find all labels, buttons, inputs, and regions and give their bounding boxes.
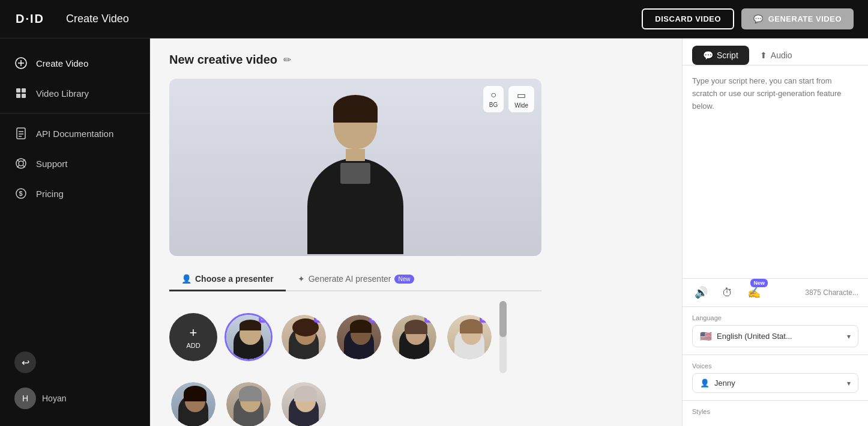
sidebar-item-create-video[interactable]: Create Video [0,48,149,78]
styles-label: Styles [692,408,858,415]
hq-badge-3: HQ [369,315,381,323]
sidebar-item-support[interactable]: Support [0,148,149,178]
presenter-1[interactable]: HQ [225,313,273,361]
right-panel: 💬 Script ⬆ Audio 🔊 ⏱ ✍ [682,38,868,426]
timer-icon: ⏱ [722,287,733,299]
content-area: New creative video ✏ [150,38,682,426]
add-presenter-button[interactable]: + ADD [169,313,217,361]
script-icon: 💬 [703,50,713,60]
svg-rect-5 [22,88,26,93]
script-tools: 🔊 ⏱ ✍ New [692,284,763,302]
sidebar-label-create-video: Create Video [36,58,88,68]
sidebar-label-support: Support [36,159,68,169]
script-textarea[interactable] [692,75,858,207]
sidebar: Create Video Video Library [0,38,150,426]
scrollbar-thumb [499,301,507,337]
script-area [683,65,868,278]
hq-badge-5: HQ [480,315,492,323]
generate-video-button[interactable]: 💬 GENERATE VIDEO [741,8,854,29]
person-icon: 👤 [181,274,191,284]
bg-button[interactable]: ○ BG [483,86,504,112]
ai-icon: ✍ [747,287,761,299]
logo: D·ID [14,6,47,32]
edit-title-icon[interactable]: ✏ [283,54,291,65]
presenter-7[interactable] [225,380,273,426]
back-button[interactable]: ↩ [14,351,36,373]
hq-badge-4: HQ [424,315,436,323]
timer-button[interactable]: ⏱ [720,284,735,302]
char-count: 3875 Characte... [805,288,858,297]
grid-icon [14,87,28,100]
audio-upload-icon: ⬆ [760,50,767,60]
sidebar-item-video-library[interactable]: Video Library [0,78,149,108]
language-select[interactable]: 🇺🇸 English (United Stat... ▾ [692,325,858,347]
dollar-icon: $ [14,187,28,200]
topbar-left: D·ID Create Video [14,6,129,32]
ai-new-badge: New [750,279,768,287]
volume-button[interactable]: 🔊 [692,284,710,302]
styles-section: Styles [683,400,868,426]
svg-rect-7 [22,94,26,98]
script-toolbar: 🔊 ⏱ ✍ New 3875 Characte... [683,278,868,306]
presenter-grid: + ADD HQ [169,313,493,361]
doc-icon [14,127,28,140]
user-info: H Hoyan [14,388,66,409]
discard-video-button[interactable]: DISCARD VIDEO [642,8,734,29]
svg-text:$: $ [19,190,23,197]
back-arrow-icon: ↩ [22,357,29,368]
voices-select[interactable]: 👤 Jenny ▾ [692,373,858,393]
sidebar-item-pricing[interactable]: $ Pricing [0,178,149,208]
sidebar-divider [0,113,149,114]
hq-badge-1: HQ [259,315,271,323]
page-title: Create Video [66,13,129,25]
add-label: ADD [186,342,200,349]
volume-icon: 🔊 [695,287,708,299]
presenter-4[interactable]: HQ [390,313,438,361]
presenter-scrollbar[interactable] [499,301,507,373]
voice-value: Jenny [714,379,735,388]
script-audio-tabs: 💬 Script ⬆ Audio [683,38,868,65]
language-section: Language 🇺🇸 English (United Stat... ▾ [683,306,868,354]
wide-icon: ▭ [517,90,526,101]
video-title: New creative video [169,53,277,67]
tab-audio[interactable]: ⬆ Audio [749,46,803,65]
voices-chevron-icon: ▾ [847,379,851,388]
svg-rect-4 [16,88,20,93]
language-value: English (United Stat... [717,332,792,341]
tab-generate-ai-presenter[interactable]: ✦ Generate AI presenter New [286,268,426,291]
sidebar-item-api-docs[interactable]: API Documentation [0,118,149,148]
presenter-6[interactable] [169,380,217,426]
svg-point-13 [19,161,23,166]
tab-choose-presenter[interactable]: 👤 Choose a presenter [169,268,286,291]
user-name: Hoyan [42,394,66,403]
presenter-2[interactable]: HQ [280,313,328,361]
presenter-tabs: 👤 Choose a presenter ✦ Generate AI prese… [169,268,541,291]
new-badge: New [394,275,414,284]
hq-badge-2: HQ [314,315,326,323]
language-label: Language [692,314,858,321]
add-icon: + [190,325,197,341]
wide-button[interactable]: ▭ Wide [508,86,534,112]
chat-icon: 💬 [753,14,764,23]
flag-icon: 🇺🇸 [700,330,712,342]
svg-rect-6 [16,94,20,98]
presenter-row-2 [169,380,541,426]
presenter-grid-wrapper: + ADD HQ [169,301,541,373]
main-layout: Create Video Video Library [0,38,868,426]
voices-label: Voices [692,362,858,370]
sidebar-label-api-docs: API Documentation [36,129,113,139]
sidebar-label-pricing: Pricing [36,189,64,199]
bg-label: BG [489,102,498,108]
video-preview: ○ BG ▭ Wide [169,79,541,256]
sidebar-label-video-library: Video Library [36,88,89,99]
svg-text:D·ID: D·ID [16,12,44,25]
topbar-actions: DISCARD VIDEO 💬 GENERATE VIDEO [642,8,854,29]
bg-icon: ○ [490,90,496,100]
tab-script[interactable]: 💬 Script [692,46,749,65]
presenter-8[interactable] [280,380,328,426]
presenter-5[interactable]: HQ [445,313,493,361]
presenter-3[interactable]: HQ [335,313,383,361]
voices-section: Voices 👤 Jenny ▾ [683,354,868,400]
topbar: D·ID Create Video DISCARD VIDEO 💬 GENERA… [0,0,868,38]
chevron-down-icon: ▾ [847,332,851,341]
